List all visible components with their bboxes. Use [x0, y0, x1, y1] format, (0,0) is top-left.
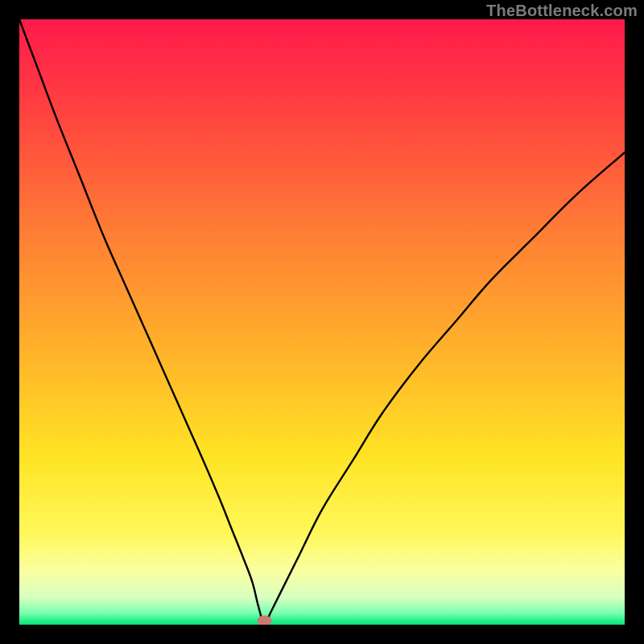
chart-frame: TheBottleneck.com: [0, 0, 644, 644]
bottleneck-chart: [19, 19, 625, 625]
plot-area: [19, 19, 625, 625]
gradient-background: [19, 19, 625, 625]
watermark-text: TheBottleneck.com: [486, 2, 638, 20]
